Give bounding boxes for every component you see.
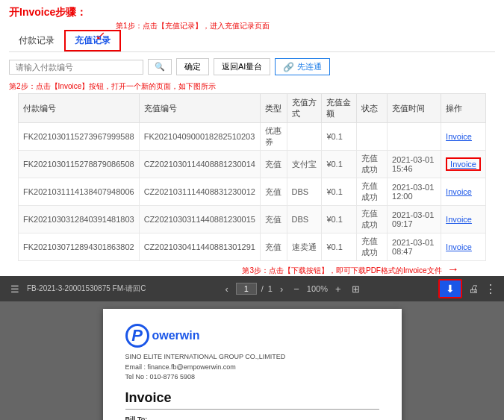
table-row: FK2021030312840391481803CZ20210303114408… <box>19 206 486 233</box>
col-payment-no: 付款编号 <box>19 94 140 123</box>
pdf-hamburger[interactable]: ☰ <box>7 282 22 296</box>
col-type: 类型 <box>260 94 287 123</box>
invoice-link[interactable]: Invoice <box>446 157 481 171</box>
company-full-name: SINO ELITE INTERNATIONAL GROUP CO.,LIMIT… <box>125 352 379 363</box>
pdf-print-button[interactable]: 🖨 <box>468 283 479 295</box>
tab-payment[interactable]: 付款记录 <box>9 31 64 51</box>
company-tel: Tel No : 010-8776 5908 <box>125 372 379 383</box>
col-action: 操作 <box>441 94 486 123</box>
invoice-link[interactable]: Invoice <box>446 242 472 251</box>
col-amount: 充值金额 <box>322 94 356 123</box>
connect-icon: 🔗 <box>283 62 294 72</box>
table-row: FK2021030115273967999588FK20210409000182… <box>19 123 486 151</box>
pdf-more-button[interactable]: ⋮ <box>485 282 497 296</box>
step3-arrow: → <box>447 263 459 275</box>
col-time: 充值时间 <box>388 94 441 123</box>
pdf-page-input[interactable] <box>236 283 257 295</box>
search-input[interactable] <box>9 60 143 75</box>
step2-annotation: 第2步：点击【Invoice】按钮，打开一个新的页面，如下图所示 <box>0 80 504 93</box>
col-status: 状态 <box>356 94 387 123</box>
invoice-link[interactable]: Invoice <box>446 187 472 196</box>
invoice-link[interactable]: Invoice <box>446 215 472 224</box>
pdf-page-sep: / <box>261 284 264 293</box>
pdf-next[interactable]: › <box>277 282 286 296</box>
company-logo-text: owerwin <box>152 329 200 342</box>
pdf-prev[interactable]: ‹ <box>222 282 231 296</box>
confirm-button[interactable]: 确定 <box>176 58 209 75</box>
pdf-zoom-minus[interactable]: − <box>290 282 302 296</box>
invoice-link[interactable]: Invoice <box>446 132 472 141</box>
step3-annotation: 第3步：点击【下载按钮】，即可下载PDF格式的Invoice文件 <box>242 266 441 275</box>
pdf-fit[interactable]: ⊞ <box>349 282 363 296</box>
table-row: FK2021030115278879086508CZ20210301144088… <box>19 151 486 178</box>
search-button[interactable]: 🔍 <box>148 59 172 75</box>
instruction-title: 开Invoice步骤： <box>9 6 495 19</box>
pdf-zoom-level: 100% <box>307 284 328 293</box>
col-method: 充值方式 <box>287 94 322 123</box>
pdf-download-button[interactable]: ⬇ <box>438 279 462 298</box>
tab-recharge[interactable]: 充值记录 <box>64 30 121 51</box>
table-row: FK2021031114138407948006CZ20210311144088… <box>19 178 486 206</box>
connect-button[interactable]: 🔗 先连通 <box>275 58 330 75</box>
return-button[interactable]: 返回AI量台 <box>214 58 270 75</box>
company-logo-p: P <box>125 324 149 348</box>
col-recharge-no: 充值编号 <box>139 94 260 123</box>
recharge-table: 付款编号 充值编号 类型 充值方式 充值金额 状态 充值时间 操作 FK2021… <box>18 93 486 261</box>
pdf-filename: FB-2021-3-20001530875 FM-请回C.pdf <box>27 283 146 294</box>
pdf-page-total: 1 <box>268 284 273 293</box>
pdf-viewer: ☰ FB-2021-3-20001530875 FM-请回C.pdf ‹ / 1… <box>0 276 504 420</box>
company-email: Email : finance.fb@empowerwin.com <box>125 363 379 373</box>
pdf-zoom-plus[interactable]: + <box>332 282 344 296</box>
bill-to-label: Bill To: <box>125 416 379 421</box>
invoice-title: Invoice <box>125 390 379 410</box>
table-row: FK2021030712894301863802CZ20210304114408… <box>19 233 486 261</box>
pdf-page: P owerwin SINO ELITE INTERNATIONAL GROUP… <box>103 309 402 420</box>
